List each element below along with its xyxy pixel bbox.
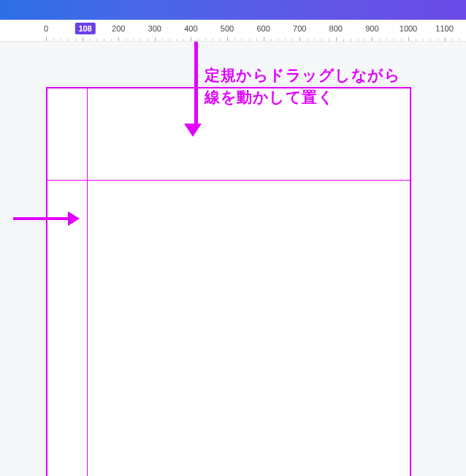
ruler-tick-minor bbox=[379, 39, 380, 41]
ruler-tick-minor bbox=[234, 39, 235, 41]
ruler-tick-minor bbox=[416, 39, 416, 41]
ruler-tick-major bbox=[191, 37, 191, 41]
ruler-tick-minor bbox=[242, 39, 242, 41]
ruler-tick-minor bbox=[423, 39, 424, 41]
ruler-tick-minor bbox=[285, 39, 286, 41]
ruler-tick-minor bbox=[329, 39, 329, 41]
ruler-tick-minor bbox=[394, 39, 394, 41]
ruler-label: 600 bbox=[256, 24, 270, 33]
ruler-label: 800 bbox=[329, 24, 343, 33]
ruler-label: 300 bbox=[148, 24, 161, 33]
ruler-label: 900 bbox=[365, 24, 378, 33]
ruler-tick-minor bbox=[314, 39, 315, 41]
ruler-label: 200 bbox=[112, 24, 125, 33]
ruler-tick-minor bbox=[96, 39, 97, 41]
ruler-tick-minor bbox=[213, 39, 213, 41]
ruler-tick-major bbox=[46, 37, 47, 41]
horizontal-guide-line[interactable] bbox=[47, 180, 410, 181]
ruler-tick-major bbox=[408, 37, 409, 41]
ruler-tick-minor bbox=[278, 39, 278, 41]
ruler-tick-major bbox=[227, 37, 228, 41]
canvas-page[interactable] bbox=[46, 87, 411, 476]
ruler-tick-minor bbox=[126, 39, 126, 41]
ruler-tick-minor bbox=[292, 39, 293, 41]
ruler-tick-minor bbox=[68, 39, 69, 41]
ruler-label: 1000 bbox=[400, 24, 417, 33]
ruler-tick-minor bbox=[401, 39, 402, 41]
ruler-tick-minor bbox=[452, 39, 453, 41]
vertical-guide-line[interactable] bbox=[87, 88, 88, 476]
ruler-tick-minor bbox=[256, 39, 257, 41]
ruler-tick-major bbox=[372, 37, 373, 41]
ruler-tick-minor bbox=[321, 39, 322, 41]
ruler-tick-minor bbox=[307, 39, 308, 41]
ruler-tick-minor bbox=[162, 39, 163, 41]
ruler-tick-minor bbox=[183, 39, 184, 41]
ruler-tick-minor bbox=[140, 39, 141, 41]
ruler-tick-minor bbox=[351, 39, 351, 41]
ruler-tick-minor bbox=[111, 39, 112, 41]
ruler-tick-minor bbox=[438, 39, 438, 41]
ruler-tick-minor bbox=[104, 39, 104, 41]
ruler-tick-minor bbox=[169, 39, 170, 41]
canvas-area[interactable]: 定規からドラッグしながら 線を動かして置く bbox=[0, 42, 466, 476]
ruler-label: 500 bbox=[221, 24, 234, 33]
ruler-tick-minor bbox=[198, 39, 199, 41]
horizontal-ruler[interactable]: 010020030040050060070080090010001100 108 bbox=[0, 20, 466, 42]
ruler-tick-minor bbox=[364, 39, 365, 41]
ruler-tick-minor bbox=[75, 39, 76, 41]
ruler-tick-minor bbox=[271, 39, 272, 41]
ruler-tick-major bbox=[83, 37, 83, 41]
annotation-line2: 線を動かして置く bbox=[205, 88, 334, 105]
ruler-tick-major bbox=[299, 37, 300, 41]
ruler-tick-major bbox=[445, 37, 446, 41]
ruler-tick-major bbox=[155, 37, 156, 41]
ruler-tick-minor bbox=[90, 39, 91, 41]
annotation-line1: 定規からドラッグしながら bbox=[205, 67, 400, 83]
ruler-tick-minor bbox=[249, 39, 250, 41]
annotation-text: 定規からドラッグしながら 線を動かして置く bbox=[205, 64, 400, 109]
ruler-tick-major bbox=[118, 37, 119, 41]
ruler-label: 700 bbox=[293, 24, 306, 33]
ruler-tick-minor bbox=[459, 39, 459, 41]
ruler-tick-minor bbox=[386, 39, 387, 41]
ruler-tick-major bbox=[264, 37, 264, 41]
ruler-tick-minor bbox=[358, 39, 359, 41]
ruler-tick-minor bbox=[177, 39, 177, 41]
ruler-tick-minor bbox=[220, 39, 221, 41]
ruler-tick-major bbox=[336, 37, 337, 41]
ruler-tick-minor bbox=[343, 39, 344, 41]
app-topbar bbox=[0, 0, 466, 20]
ruler-tick-minor bbox=[61, 39, 61, 41]
ruler-tick-minor bbox=[430, 39, 431, 41]
ruler-tick-minor bbox=[148, 39, 148, 41]
ruler-tick-minor bbox=[133, 39, 134, 41]
ruler-label: 400 bbox=[184, 24, 197, 33]
ruler-tick-minor bbox=[53, 39, 54, 41]
ruler-tick-minor bbox=[205, 39, 206, 41]
ruler-label: 0 bbox=[44, 24, 48, 33]
ruler-label: 1100 bbox=[435, 24, 453, 33]
ruler-guide-indicator[interactable]: 108 bbox=[75, 23, 95, 34]
